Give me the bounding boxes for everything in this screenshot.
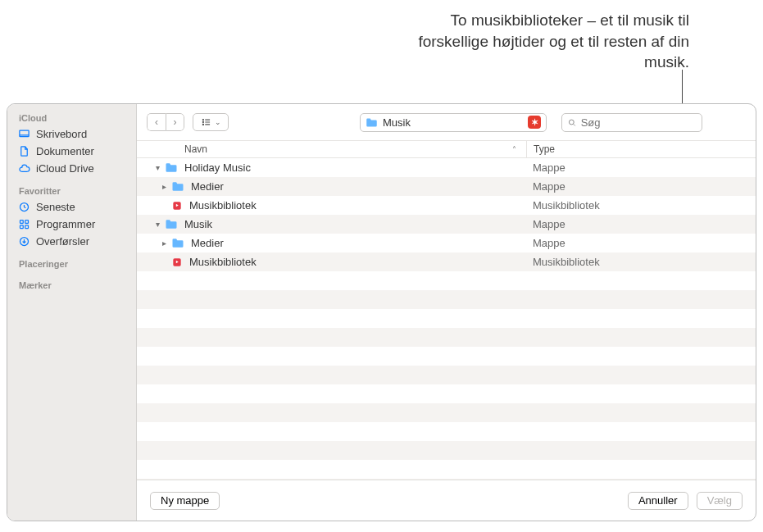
back-button[interactable]: ‹ (147, 113, 166, 131)
view-mode-button[interactable]: ⌄ (193, 113, 229, 131)
forward-button[interactable]: › (166, 113, 184, 131)
choose-button[interactable]: Vælg (697, 492, 743, 510)
disclosure-triangle-icon[interactable]: ▸ (160, 182, 168, 191)
column-headers: Navn ˄ Type (137, 140, 756, 158)
nav-buttons: ‹ › (147, 113, 184, 131)
apps-icon (17, 218, 31, 230)
main-panel: ‹ › ⌄ Musik ✶ N (137, 104, 756, 521)
sidebar-header-icloud: iCloud (7, 109, 136, 125)
svg-point-8 (202, 121, 203, 122)
file-name-cell: ▸Medier (137, 180, 526, 193)
svg-rect-2 (20, 221, 24, 224)
file-name-label: Medier (191, 180, 224, 193)
file-type-cell: Musikbibliotek (526, 256, 756, 268)
svg-point-9 (202, 124, 203, 125)
file-name-label: Medier (191, 237, 224, 249)
file-row[interactable]: ▸MedierMappe (137, 234, 756, 252)
sidebar-item-label: Overførsler (36, 235, 89, 248)
file-type-cell: Musikbibliotek (526, 199, 756, 211)
sidebar: iCloud Skrivebord Dokumenter iCloud Driv… (7, 104, 137, 521)
cancel-button[interactable]: Annuller (628, 492, 688, 510)
variable-badge-icon: ✶ (528, 116, 541, 129)
chevron-left-icon: ‹ (155, 116, 158, 128)
svg-rect-4 (20, 225, 24, 229)
folder-icon (165, 219, 178, 230)
file-row[interactable]: MusikbibliotekMusikbibliotek (137, 252, 756, 271)
file-type-cell: Mappe (526, 218, 756, 230)
file-name-cell: ▸Medier (137, 237, 526, 249)
clock-icon (17, 201, 31, 213)
svg-rect-3 (25, 221, 29, 224)
disclosure-triangle-icon[interactable]: ▾ (153, 163, 161, 172)
sidebar-item-desktop[interactable]: Skrivebord (7, 125, 136, 143)
file-name-cell: ▾Musik (145, 218, 526, 230)
folder-icon (366, 117, 378, 128)
file-name-cell: Musikbibliotek (137, 199, 526, 211)
file-row[interactable]: ▾Holiday MusicMappe (137, 158, 756, 177)
column-type[interactable]: Type (526, 141, 756, 157)
svg-point-7 (202, 120, 203, 120)
column-name-label: Navn (184, 143, 207, 155)
svg-rect-0 (20, 130, 29, 137)
file-name-label: Holiday Music (184, 161, 251, 174)
finder-dialog-window: iCloud Skrivebord Dokumenter iCloud Driv… (7, 103, 756, 521)
path-popup[interactable]: Musik ✶ (360, 113, 547, 132)
new-folder-button[interactable]: Ny mappe (150, 492, 220, 510)
sidebar-header-favorites: Favoritter (7, 182, 136, 198)
file-name-label: Musikbibliotek (189, 199, 257, 211)
sidebar-header-locations: Placeringer (7, 255, 136, 271)
empty-rows (137, 271, 756, 480)
column-name[interactable]: Navn (137, 143, 512, 155)
sidebar-item-recents[interactable]: Seneste (7, 198, 136, 216)
sidebar-item-label: iCloud Drive (36, 162, 94, 175)
column-type-label: Type (534, 143, 555, 155)
dialog-footer: Ny mappe Annuller Vælg (137, 480, 756, 521)
music-library-icon (171, 257, 183, 268)
sidebar-item-icloud[interactable]: iCloud Drive (7, 160, 136, 177)
file-type-cell: Mappe (526, 180, 756, 193)
search-input[interactable] (581, 116, 697, 129)
file-name-label: Musik (184, 218, 212, 230)
file-row[interactable]: ▸MedierMappe (137, 177, 756, 196)
cancel-label: Annuller (638, 494, 678, 507)
chevron-right-icon: › (174, 116, 177, 128)
list-view-icon (201, 116, 212, 128)
sidebar-item-apps[interactable]: Programmer (7, 216, 136, 233)
file-name-label: Musikbibliotek (189, 256, 257, 268)
callout-leader (682, 70, 683, 108)
sidebar-item-label: Skrivebord (36, 128, 87, 140)
search-icon (567, 117, 577, 128)
folder-icon (171, 181, 184, 192)
new-folder-label: Ny mappe (161, 494, 209, 507)
sort-ascending-icon: ˄ (512, 145, 516, 154)
file-type-cell: Mappe (526, 161, 756, 174)
cloud-icon (17, 162, 31, 175)
folder-icon (171, 238, 184, 248)
chevron-down-icon: ⌄ (215, 118, 221, 126)
sidebar-header-tags: Mærker (7, 276, 136, 293)
choose-label: Vælg (707, 494, 732, 507)
search-field[interactable] (561, 113, 702, 132)
file-name-cell: ▾Holiday Music (145, 161, 526, 174)
download-icon (17, 235, 31, 248)
sidebar-item-downloads[interactable]: Overførsler (7, 233, 136, 250)
sidebar-item-label: Programmer (36, 218, 95, 230)
file-name-cell: Musikbibliotek (137, 256, 526, 268)
disclosure-triangle-icon[interactable]: ▾ (153, 220, 161, 229)
sidebar-item-documents[interactable]: Dokumenter (7, 143, 136, 160)
sidebar-item-label: Seneste (36, 201, 75, 213)
toolbar: ‹ › ⌄ Musik ✶ (137, 104, 756, 140)
file-list: ▾Holiday MusicMappe▸MedierMappeMusikbibl… (137, 158, 756, 480)
path-label: Musik (383, 116, 411, 129)
svg-point-10 (569, 120, 574, 125)
folder-icon (165, 162, 178, 173)
sidebar-item-label: Dokumenter (36, 145, 94, 157)
file-row[interactable]: MusikbibliotekMusikbibliotek (137, 196, 756, 215)
svg-rect-5 (25, 225, 29, 229)
file-row[interactable]: ▾MusikMappe (137, 215, 756, 234)
document-icon (17, 145, 31, 157)
music-library-icon (171, 200, 183, 211)
disclosure-triangle-icon[interactable]: ▸ (160, 239, 168, 248)
file-type-cell: Mappe (526, 237, 756, 249)
desktop-icon (17, 128, 31, 140)
